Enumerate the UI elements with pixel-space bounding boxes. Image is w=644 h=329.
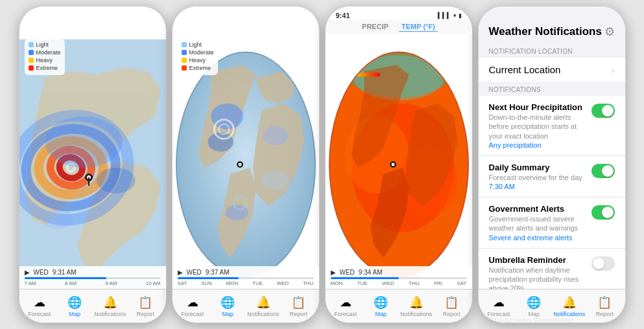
notif-title-3: Umbrella Reminder [489,255,584,265]
notif-icon-3: 🔔 [409,295,423,310]
timeline-date-1: WED [34,269,49,276]
notif-text-1: Daily Summary Forecast overview for the … [489,163,584,190]
notif-icon-1: 🔔 [103,295,117,310]
legend-1: Light Moderate Heavy Extreme [25,39,65,75]
bottom-nav-4: ☁ Forecast 🌐 Map 🔔 Notifications 📋 Repor… [479,289,625,323]
svg-point-25 [238,163,241,166]
toggle-knob-0 [602,105,614,117]
legend-2: Light Moderate Heavy Extreme [178,39,218,75]
timeline-time-2: 9:37 AM [206,269,230,276]
notif-desc-0: Down-to-the-minute alerts before precipi… [489,113,584,141]
notif-icon-2: 🔔 [256,295,270,310]
nav-notif-2[interactable]: 🔔 Notifications [246,293,281,317]
timeline-1: ▶ WED 9:31 AM 7 AM 8 AM 9 AM 10 AM [19,266,166,289]
nav-report-2[interactable]: 📋 Report [281,293,316,317]
battery-icon-2: ▮ [305,12,309,19]
nav-notif-label-4: Notifications [553,311,585,317]
nav-map-3[interactable]: 🌐 Map [363,293,399,317]
wifi-icon-3: ▾ [453,12,457,19]
bottom-nav-2: ☁ Forecast 🌐 Map 🔔 Notifications 📋 Repor… [173,289,319,323]
report-icon-3: 📋 [444,295,459,310]
notif-highlight-2: Severe and extreme alerts [489,234,584,242]
legend-light-2: Light [182,41,214,48]
nav-map-1[interactable]: 🌐 Map [57,293,93,317]
notif-title-1: Daily Summary [489,163,584,172]
play-icon-2[interactable]: ▶ [178,269,183,276]
status-time-1: 9:41 [30,12,44,19]
nav-map-4[interactable]: 🌐 Map [516,293,552,317]
notif-text-0: Next Hour Precipitation Down-to-the-minu… [489,102,584,149]
current-location-row[interactable]: Current Location › [479,58,625,82]
status-bar-1: 9:41 ▍▍▍ ▾ ▮ [19,6,166,21]
gear-icon[interactable]: ⚙ [604,25,615,39]
timeline-ticks-1: 7 AM 8 AM 9 AM 10 AM [25,280,161,286]
timeline-bar-3[interactable] [331,277,467,279]
nav-report-label-3: Report [443,311,460,317]
legend-extreme-1: Extreme [29,65,61,71]
toggle-knob-2 [602,207,614,218]
nav-report-1[interactable]: 📋 Report [128,293,163,317]
map-icon-1: 🌐 [67,295,82,310]
nav-map-label-2: Map [222,311,233,317]
location-card: Current Location › [479,58,625,82]
nav-notif-1[interactable]: 🔔 Notifications [93,293,128,317]
timeline-bar-1[interactable] [25,277,161,279]
nav-forecast-1[interactable]: ☁ Forecast [22,293,58,317]
timeline-3: ▶ WED 9:34 AM MON TUE WED THU FRI SAT [326,266,472,289]
legend-heavy-1: Heavy [29,57,61,63]
toggle-0[interactable] [591,104,615,118]
toggle-knob-3 [593,258,604,269]
bottom-nav-3: ☁ Forecast 🌐 Map 🔔 Notifications 📋 Repor… [326,289,472,323]
notif-text-2: Government Alerts Government-issued seve… [489,204,584,242]
precip-tab-1[interactable]: PRECIP [53,21,85,30]
toggle-1[interactable] [591,164,615,178]
precip-tab-2[interactable]: PRECIP [206,21,238,30]
temp-tab-3[interactable]: TEMP (°F) [399,22,438,32]
notif-highlight-0: Any precipitation [489,141,584,149]
nav-report-4[interactable]: 📋 Report [587,293,623,317]
phone-2: 9:41 ▍▍▍ ▾ ▮ PRECIP TEMP (°F) [172,6,320,323]
forecast-icon-3: ☁ [340,295,352,310]
timeline-2: ▶ WED 9:37 AM SAT SUN MON TUE WED THU [173,266,319,289]
svg-rect-35 [328,73,379,76]
map-icon-4: 🌐 [527,295,541,310]
notif-desc-1: Forecast overview for the day [489,173,584,182]
battery-icon-3: ▮ [459,12,462,19]
status-icons-3: ▍▍▍ ▾ ▮ [438,12,462,19]
phone-3: 9:41 ▍▍▍ ▾ ▮ PRECIP TEMP (°F) [325,6,473,323]
play-icon[interactable]: ▶ [25,269,30,276]
timeline-bar-2[interactable] [178,277,314,279]
nav-report-label-1: Report [137,311,154,317]
nav-map-label-4: Map [528,311,540,317]
nav-forecast-4[interactable]: ☁ Forecast [481,293,517,317]
settings-screen: Weather Notifications ⚙ NOTIFICATION LOC… [479,6,625,323]
toggle-2[interactable] [591,205,615,220]
notif-desc-2: Government-issued severe weather alerts … [489,214,584,233]
play-icon-3[interactable]: ▶ [331,269,336,276]
nav-forecast-3[interactable]: ☁ Forecast [328,293,364,317]
nav-map-2[interactable]: 🌐 Map [210,293,246,317]
precip-tab-3[interactable]: PRECIP [359,22,391,32]
temp-tab-1[interactable]: TEMP (°F) [93,21,132,30]
nav-notif-label-1: Notifications [94,311,126,317]
wifi-icon: ▾ [147,12,150,19]
status-bar-2: 9:41 ▍▍▍ ▾ ▮ [173,6,319,21]
notif-title-0: Next Hour Precipitation [489,102,584,112]
temp-tab-2[interactable]: TEMP (°F) [246,21,285,30]
settings-title: Weather Notifications [489,25,602,38]
nav-forecast-2[interactable]: ☁ Forecast [175,293,211,317]
legend-heavy-2: Heavy [182,57,214,63]
notifications-section-label: NOTIFICATIONS [479,82,625,96]
forecast-icon-4: ☁ [493,295,505,310]
nav-notif-3[interactable]: 🔔 Notifications [399,293,435,317]
svg-point-18 [262,126,288,146]
nav-forecast-label-4: Forecast [487,311,510,317]
toggle-3[interactable] [591,256,615,271]
status-time-3: 9:41 [336,12,350,19]
signal-icon-2: ▍▍▍ [285,12,298,19]
nav-notif-4[interactable]: 🔔 Notifications [552,293,588,317]
nav-report-3[interactable]: 📋 Report [434,293,470,317]
timeline-ticks-2: SAT SUN MON TUE WED THU [178,280,314,286]
signal-icon: ▍▍▍ [132,12,145,19]
chevron-icon: › [612,65,615,75]
